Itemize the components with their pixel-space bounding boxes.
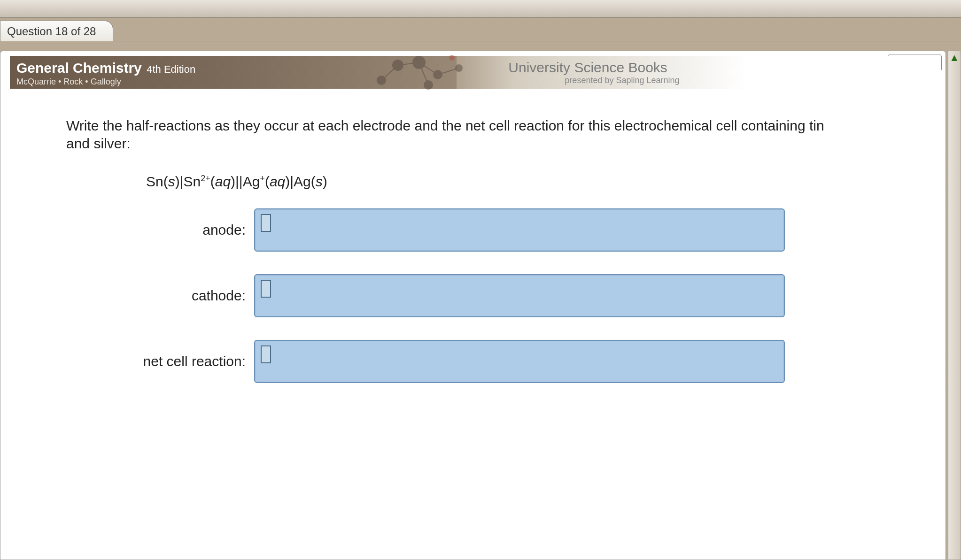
svg-point-14 [377,76,386,84]
svg-point-17 [434,70,442,79]
tab-label: Question 18 of 28 [7,25,96,38]
svg-point-20 [449,55,455,61]
content-frame: Map General Chemistry [0,51,946,560]
browser-toolbar [0,0,961,18]
chevron-up-icon: ▲ [948,51,961,64]
anode-label: anode: [66,222,254,238]
field-row-cathode: cathode: [66,274,903,317]
svg-point-15 [393,60,403,70]
input-cursor-icon [261,280,271,298]
svg-point-16 [413,56,425,69]
field-row-anode: anode: [66,208,903,252]
question-prompt: Write the half-reactions as they occur a… [66,117,827,152]
net-label: net cell reaction: [66,353,254,369]
tab-bar: Question 18 of 28 [0,18,961,41]
book-title: General Chemistry [16,60,142,76]
scrollbar[interactable]: ▲ [948,51,961,560]
anode-input[interactable] [254,208,785,252]
net-reaction-input[interactable] [254,340,785,383]
input-cursor-icon [261,214,271,232]
field-row-net: net cell reaction: [66,340,903,383]
textbook-banner: General Chemistry 4th Edition McQuarrie … [10,56,941,89]
presented-by: presented by Sapling Learning [508,76,941,85]
publisher-name: University Science Books [508,60,941,76]
svg-point-18 [456,65,462,71]
tab-question[interactable]: Question 18 of 28 [0,21,113,41]
cathode-input[interactable] [254,274,785,317]
cell-notation: Sn(s)|Sn2+(aq)||Ag+(aq)|Ag(s) [146,174,903,190]
input-cursor-icon [261,345,271,363]
main-area: Map General Chemistry [0,41,961,560]
banner-left: General Chemistry 4th Edition McQuarrie … [10,56,457,89]
svg-point-19 [424,81,433,89]
question-body: Write the half-reactions as they occur a… [0,89,946,383]
molecule-icon [372,52,485,94]
book-edition: 4th Edition [147,63,195,75]
cathode-label: cathode: [66,288,254,304]
banner-right: University Science Books presented by Sa… [457,56,941,89]
